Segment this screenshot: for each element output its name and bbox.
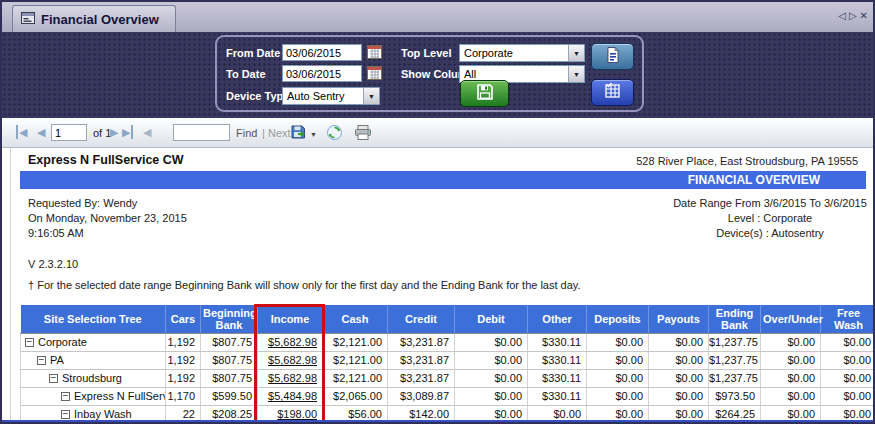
value-cell: $1,237.75	[709, 333, 761, 351]
value-cell: $0.00	[587, 387, 649, 405]
column-header: Other	[528, 305, 587, 333]
column-header: Over/Under	[761, 305, 821, 333]
range-info: Date Range From 3/6/2015 To 3/6/2015 Lev…	[630, 196, 875, 241]
find-next-button[interactable]: Next	[268, 127, 291, 139]
device-type-value: Auto Sentry	[283, 90, 363, 102]
column-header: Cars	[166, 305, 201, 333]
income-link[interactable]: $5,484.98	[258, 387, 323, 405]
chevron-down-icon: ▼	[568, 66, 584, 82]
version-label: V 2.3.2.10	[28, 258, 78, 270]
value-cell: $0.00	[761, 333, 821, 351]
value-cell: $1,237.75	[709, 351, 761, 369]
value-cell: $2,121.00	[323, 369, 388, 387]
value-cell: $330.11	[528, 333, 587, 351]
value-cell: $3,231.87	[388, 333, 455, 351]
top-level-value: Corporate	[460, 47, 568, 59]
collapse-icon[interactable]: −	[49, 374, 58, 383]
from-date-input[interactable]	[282, 44, 362, 61]
report-view-button[interactable]	[591, 43, 634, 70]
value-cell: $0.00	[587, 369, 649, 387]
save-button[interactable]	[460, 80, 509, 107]
find-text-input[interactable]	[173, 124, 230, 141]
document-icon	[604, 46, 622, 68]
financial-table: Site Selection TreeCarsBeginning BankInc…	[20, 305, 875, 424]
footnote: † For the selected date range Beginning …	[28, 279, 581, 291]
value-cell: $2,121.00	[323, 351, 388, 369]
level: Level : Corporate	[630, 211, 875, 226]
column-header: Site Selection Tree	[21, 305, 166, 333]
last-page-icon[interactable]: ▶	[122, 125, 133, 139]
value-cell: $0.00	[587, 333, 649, 351]
company-name: Express N FullService CW	[28, 153, 184, 167]
device-type-label: Device Type	[226, 90, 289, 102]
company-address: 528 River Place, East Stroudsburg, PA 19…	[636, 155, 858, 167]
tab-scroll-left-icon[interactable]: ◁	[838, 10, 849, 21]
from-date-label: From Date	[226, 47, 280, 59]
date-range: Date Range From 3/6/2015 To 3/6/2015	[630, 196, 875, 211]
collapse-icon[interactable]: −	[61, 410, 70, 419]
value-cell: $2,121.00	[323, 333, 388, 351]
first-page-icon[interactable]: ◀	[16, 125, 27, 139]
value-cell: $0.00	[649, 387, 709, 405]
value-cell: $3,089.87	[388, 387, 455, 405]
to-date-input[interactable]	[282, 65, 362, 82]
column-header: Cash	[323, 305, 388, 333]
collapse-icon[interactable]: −	[25, 338, 34, 347]
export-icon[interactable]	[290, 124, 307, 145]
value-cell: $330.11	[528, 351, 587, 369]
page-number-input[interactable]	[51, 124, 87, 141]
value-cell: $0.00	[821, 387, 875, 405]
next-page-icon[interactable]: ▶	[110, 125, 118, 139]
income-link[interactable]: $5,682.98	[258, 333, 323, 351]
tab-financial-overview[interactable]: Financial Overview	[12, 5, 176, 32]
device-type-select[interactable]: Auto Sentry ▼	[282, 87, 380, 105]
request-info: Requested By: Wendy On Monday, November …	[28, 196, 187, 241]
requested-by: Requested By: Wendy	[28, 196, 187, 211]
value-cell: $3,231.87	[388, 351, 455, 369]
table-grid-icon	[603, 82, 622, 104]
filter-panel: From Date Top Level Corporate ▼ To Date …	[215, 35, 644, 112]
back-to-parent-icon[interactable]: ◀	[143, 125, 151, 139]
from-date-calendar-icon[interactable]	[367, 45, 382, 59]
collapse-icon[interactable]: −	[37, 356, 46, 365]
value-cell: $330.11	[528, 387, 587, 405]
site-label: Express N FullService CW	[74, 390, 166, 402]
value-cell: 1,170	[166, 387, 201, 405]
report-window-icon	[21, 10, 35, 28]
table-row: −Express N FullService CW1,170$599.50$5,…	[21, 387, 875, 405]
column-header: Deposits	[587, 305, 649, 333]
print-icon[interactable]	[354, 124, 372, 145]
value-cell: $599.50	[201, 387, 258, 405]
to-date-calendar-icon[interactable]	[367, 66, 382, 80]
value-cell: $0.00	[761, 387, 821, 405]
prev-page-icon[interactable]: ◀	[37, 125, 45, 139]
top-level-select[interactable]: Corporate ▼	[459, 44, 585, 62]
value-cell: $0.00	[761, 351, 821, 369]
site-cell: −Express N FullService CW	[21, 387, 166, 405]
export-caret-icon[interactable]: ▼	[310, 128, 317, 142]
grid-view-button[interactable]	[591, 79, 634, 106]
find-button[interactable]: Find	[236, 127, 257, 139]
value-cell: $0.00	[821, 333, 875, 351]
devices: Device(s) : Autosentry	[630, 226, 875, 241]
value-cell: $807.75	[201, 369, 258, 387]
refresh-icon[interactable]	[326, 124, 343, 145]
column-header: Payouts	[649, 305, 709, 333]
income-link[interactable]: $5,682.98	[258, 351, 323, 369]
to-date-label: To Date	[226, 68, 266, 80]
column-header: Free Wash	[821, 305, 875, 333]
income-link[interactable]: $5,682.98	[258, 369, 323, 387]
tab-close-icon[interactable]: ✕	[860, 10, 871, 21]
value-cell: $0.00	[649, 351, 709, 369]
report-body: Express N FullService CW 528 River Place…	[2, 148, 873, 422]
site-cell: −PA	[21, 351, 166, 369]
value-cell: $0.00	[821, 351, 875, 369]
value-cell: $0.00	[761, 369, 821, 387]
show-columns-value: All	[460, 68, 568, 80]
value-cell: $807.75	[201, 351, 258, 369]
site-cell: −Stroudsburg	[21, 369, 166, 387]
value-cell: $2,065.00	[323, 387, 388, 405]
collapse-icon[interactable]: −	[61, 392, 70, 401]
column-header: Beginning Bank	[201, 305, 258, 333]
tab-scroll-right-icon[interactable]: ▷	[849, 10, 860, 21]
